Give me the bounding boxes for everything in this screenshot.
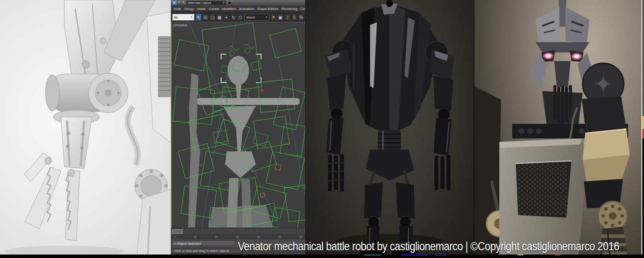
mirror-icon[interactable]: ⚑ (270, 14, 276, 21)
angle-snap-icon[interactable]: Δ (292, 14, 297, 21)
strip-segment-red (642, 129, 644, 138)
wireframe-rig-scene (172, 22, 306, 227)
undo-icon[interactable]: ↶ (178, 0, 181, 5)
menu-item-tools[interactable]: Tools (173, 7, 181, 11)
menu-item-graph-editors[interactable]: Graph Editors (257, 7, 278, 11)
timeline-tick: 50 (278, 235, 281, 238)
selection-filter-value: All (174, 15, 178, 19)
chevron-down-icon: ▼ (190, 16, 193, 18)
clay-robot-arm-illustration (0, 0, 171, 258)
timeline-ruler[interactable]: 0 10 20 30 40 50 60 (171, 234, 306, 240)
portfolio-collage: 3 ↶ ↷ Alternate Layout ▼ Tools Group Vie… (0, 0, 644, 258)
move-icon[interactable]: + (224, 14, 229, 21)
max-logo-icon[interactable]: 3 (172, 1, 176, 5)
snap-toggle-icon[interactable]: 3 (285, 14, 290, 21)
black-robot-illustration (306, 0, 474, 258)
bar-artifact-teal (364, 255, 380, 255)
strip-segment-black (642, 138, 644, 258)
max-viewport[interactable]: [Shaded] (171, 22, 306, 228)
timeline-tick: 40 (257, 235, 260, 238)
time-slider[interactable] (172, 229, 183, 234)
viewport-shading-label[interactable]: [Shaded] (173, 23, 187, 27)
bottom-black-bar (0, 255, 644, 258)
rotate-icon[interactable]: ↻ (231, 14, 236, 21)
bar-artifact-red (555, 255, 561, 255)
timeline-tick: 60 (299, 235, 302, 238)
chevron-down-icon: ▼ (265, 16, 267, 18)
selection-filter-dropdown[interactable]: All ▼ (172, 14, 194, 21)
titlebar-dot (228, 2, 231, 4)
bar-artifact-yellow (517, 255, 523, 255)
right-edge-strip (641, 0, 644, 258)
menu-item-animation[interactable]: Animation (239, 7, 255, 11)
max-titlebar: 3 ↶ ↷ Alternate Layout ▼ (171, 0, 305, 6)
max-menubar: Tools Group Views Create Modifiers Anima… (171, 6, 305, 12)
workspace-dropdown-value: Alternate Layout (188, 1, 211, 5)
strip-segment-yellow (642, 116, 644, 129)
timeline-tick: 30 (236, 235, 239, 238)
menu-item-create[interactable]: Create (209, 7, 219, 11)
select-object-icon[interactable]: ↖ (196, 14, 201, 21)
coord-system-value: World (246, 15, 255, 19)
crossing-icon[interactable]: ▦ (217, 14, 222, 21)
scale-icon[interactable]: □ (237, 14, 243, 21)
menu-item-rendering[interactable]: Rendering (282, 7, 298, 11)
panel-closeup-render (474, 0, 644, 258)
workspace-dropdown[interactable]: Alternate Layout ▼ (186, 0, 226, 6)
timeline-tick: 0 (174, 235, 176, 238)
menu-item-modifiers[interactable]: Modifiers (222, 7, 236, 11)
coord-system-dropdown[interactable]: World ▼ (244, 14, 269, 21)
rect-region-icon[interactable]: ▢ (210, 14, 215, 21)
timeline-trackbar[interactable] (171, 228, 306, 234)
caption-text: Venator mechanical battle robot by casti… (238, 240, 619, 253)
menu-item-customize[interactable]: Customize (300, 7, 306, 11)
redo-icon[interactable]: ↷ (182, 0, 185, 5)
panel-clay-render (0, 0, 171, 258)
panel-black-robot-render (306, 0, 474, 258)
max-main-toolbar: All ▼ ↖ ☰ ▢ ▦ + ↻ □ World ▼ ⚑ ▣ 3 Δ % (171, 12, 305, 23)
menu-item-views[interactable]: Views (197, 7, 206, 11)
panel-3dsmax-screenshot: 3 ↶ ↷ Alternate Layout ▼ Tools Group Vie… (171, 0, 306, 258)
bar-artifact-blue (401, 255, 427, 255)
align-icon[interactable]: ▣ (277, 14, 283, 21)
timeline-tick: 10 (194, 235, 197, 238)
menu-item-group[interactable]: Group (184, 7, 194, 11)
chevron-down-icon: ▼ (222, 1, 225, 5)
selection-status-text: 1 Object Selected (172, 240, 235, 246)
percent-snap-icon[interactable]: % (298, 14, 304, 21)
timeline-tick: 20 (215, 235, 218, 238)
closeup-robot-illustration (474, 0, 644, 258)
select-by-name-icon[interactable]: ☰ (203, 14, 208, 21)
strip-segment (642, 0, 644, 116)
prompt-text: Click or click and drag to select object… (172, 248, 242, 253)
bar-artifact-blue2 (436, 255, 447, 255)
